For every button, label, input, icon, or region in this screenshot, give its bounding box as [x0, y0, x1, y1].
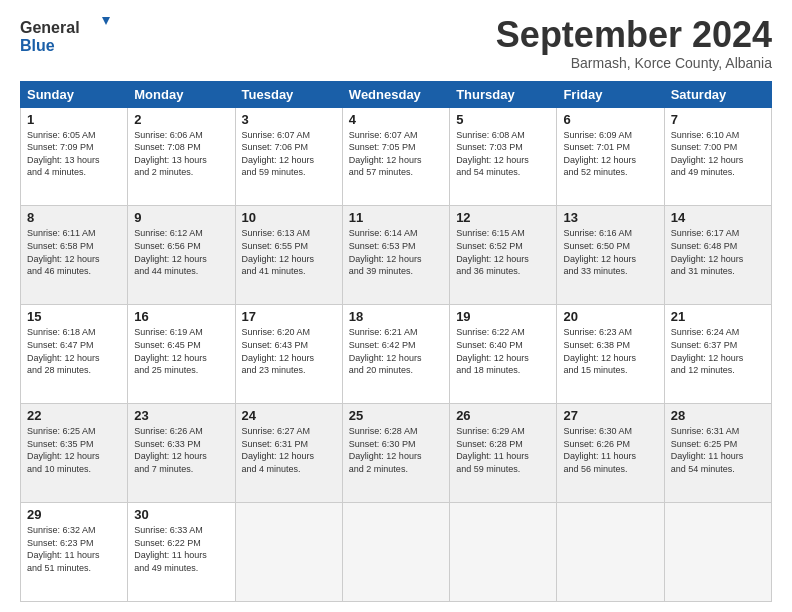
- table-row: 27Sunrise: 6:30 AM Sunset: 6:26 PM Dayli…: [557, 404, 664, 503]
- day-info: Sunrise: 6:32 AM Sunset: 6:23 PM Dayligh…: [27, 524, 121, 574]
- day-number: 12: [456, 210, 550, 225]
- calendar-row: 22Sunrise: 6:25 AM Sunset: 6:35 PM Dayli…: [21, 404, 772, 503]
- day-number: 24: [242, 408, 336, 423]
- day-number: 18: [349, 309, 443, 324]
- day-info: Sunrise: 6:08 AM Sunset: 7:03 PM Dayligh…: [456, 129, 550, 179]
- day-number: 28: [671, 408, 765, 423]
- table-row: [342, 503, 449, 602]
- day-number: 1: [27, 112, 121, 127]
- day-number: 6: [563, 112, 657, 127]
- day-info: Sunrise: 6:15 AM Sunset: 6:52 PM Dayligh…: [456, 227, 550, 277]
- calendar-table: Sunday Monday Tuesday Wednesday Thursday…: [20, 81, 772, 602]
- day-number: 11: [349, 210, 443, 225]
- table-row: 4Sunrise: 6:07 AM Sunset: 7:05 PM Daylig…: [342, 107, 449, 206]
- day-info: Sunrise: 6:24 AM Sunset: 6:37 PM Dayligh…: [671, 326, 765, 376]
- day-number: 9: [134, 210, 228, 225]
- day-info: Sunrise: 6:26 AM Sunset: 6:33 PM Dayligh…: [134, 425, 228, 475]
- day-number: 16: [134, 309, 228, 324]
- header-saturday: Saturday: [664, 81, 771, 107]
- day-number: 26: [456, 408, 550, 423]
- day-number: 25: [349, 408, 443, 423]
- table-row: 13Sunrise: 6:16 AM Sunset: 6:50 PM Dayli…: [557, 206, 664, 305]
- table-row: 26Sunrise: 6:29 AM Sunset: 6:28 PM Dayli…: [450, 404, 557, 503]
- table-row: 20Sunrise: 6:23 AM Sunset: 6:38 PM Dayli…: [557, 305, 664, 404]
- day-number: 4: [349, 112, 443, 127]
- day-number: 3: [242, 112, 336, 127]
- day-number: 13: [563, 210, 657, 225]
- day-info: Sunrise: 6:07 AM Sunset: 7:06 PM Dayligh…: [242, 129, 336, 179]
- table-row: 1Sunrise: 6:05 AM Sunset: 7:09 PM Daylig…: [21, 107, 128, 206]
- day-number: 2: [134, 112, 228, 127]
- month-title: September 2024: [496, 15, 772, 55]
- svg-marker-1: [102, 17, 110, 25]
- day-info: Sunrise: 6:27 AM Sunset: 6:31 PM Dayligh…: [242, 425, 336, 475]
- table-row: 29Sunrise: 6:32 AM Sunset: 6:23 PM Dayli…: [21, 503, 128, 602]
- day-info: Sunrise: 6:23 AM Sunset: 6:38 PM Dayligh…: [563, 326, 657, 376]
- table-row: 25Sunrise: 6:28 AM Sunset: 6:30 PM Dayli…: [342, 404, 449, 503]
- table-row: 10Sunrise: 6:13 AM Sunset: 6:55 PM Dayli…: [235, 206, 342, 305]
- day-number: 14: [671, 210, 765, 225]
- day-info: Sunrise: 6:33 AM Sunset: 6:22 PM Dayligh…: [134, 524, 228, 574]
- calendar-row: 1Sunrise: 6:05 AM Sunset: 7:09 PM Daylig…: [21, 107, 772, 206]
- table-row: 23Sunrise: 6:26 AM Sunset: 6:33 PM Dayli…: [128, 404, 235, 503]
- day-info: Sunrise: 6:16 AM Sunset: 6:50 PM Dayligh…: [563, 227, 657, 277]
- day-number: 19: [456, 309, 550, 324]
- header-monday: Monday: [128, 81, 235, 107]
- table-row: 7Sunrise: 6:10 AM Sunset: 7:00 PM Daylig…: [664, 107, 771, 206]
- table-row: 24Sunrise: 6:27 AM Sunset: 6:31 PM Dayli…: [235, 404, 342, 503]
- svg-text:General: General: [20, 19, 80, 36]
- table-row: 30Sunrise: 6:33 AM Sunset: 6:22 PM Dayli…: [128, 503, 235, 602]
- day-info: Sunrise: 6:09 AM Sunset: 7:01 PM Dayligh…: [563, 129, 657, 179]
- table-row: 19Sunrise: 6:22 AM Sunset: 6:40 PM Dayli…: [450, 305, 557, 404]
- table-row: [664, 503, 771, 602]
- day-info: Sunrise: 6:31 AM Sunset: 6:25 PM Dayligh…: [671, 425, 765, 475]
- header-friday: Friday: [557, 81, 664, 107]
- day-info: Sunrise: 6:05 AM Sunset: 7:09 PM Dayligh…: [27, 129, 121, 179]
- day-info: Sunrise: 6:13 AM Sunset: 6:55 PM Dayligh…: [242, 227, 336, 277]
- header-thursday: Thursday: [450, 81, 557, 107]
- table-row: 11Sunrise: 6:14 AM Sunset: 6:53 PM Dayli…: [342, 206, 449, 305]
- day-number: 8: [27, 210, 121, 225]
- day-info: Sunrise: 6:11 AM Sunset: 6:58 PM Dayligh…: [27, 227, 121, 277]
- logo: General Blue: [20, 15, 115, 57]
- svg-text:Blue: Blue: [20, 37, 55, 54]
- calendar-row: 15Sunrise: 6:18 AM Sunset: 6:47 PM Dayli…: [21, 305, 772, 404]
- day-number: 23: [134, 408, 228, 423]
- day-info: Sunrise: 6:12 AM Sunset: 6:56 PM Dayligh…: [134, 227, 228, 277]
- day-number: 30: [134, 507, 228, 522]
- table-row: 16Sunrise: 6:19 AM Sunset: 6:45 PM Dayli…: [128, 305, 235, 404]
- table-row: 28Sunrise: 6:31 AM Sunset: 6:25 PM Dayli…: [664, 404, 771, 503]
- calendar-row: 29Sunrise: 6:32 AM Sunset: 6:23 PM Dayli…: [21, 503, 772, 602]
- day-info: Sunrise: 6:14 AM Sunset: 6:53 PM Dayligh…: [349, 227, 443, 277]
- calendar-row: 8Sunrise: 6:11 AM Sunset: 6:58 PM Daylig…: [21, 206, 772, 305]
- table-row: 5Sunrise: 6:08 AM Sunset: 7:03 PM Daylig…: [450, 107, 557, 206]
- logo-svg: General Blue: [20, 15, 115, 57]
- table-row: 8Sunrise: 6:11 AM Sunset: 6:58 PM Daylig…: [21, 206, 128, 305]
- table-row: 6Sunrise: 6:09 AM Sunset: 7:01 PM Daylig…: [557, 107, 664, 206]
- table-row: 3Sunrise: 6:07 AM Sunset: 7:06 PM Daylig…: [235, 107, 342, 206]
- day-info: Sunrise: 6:30 AM Sunset: 6:26 PM Dayligh…: [563, 425, 657, 475]
- table-row: [450, 503, 557, 602]
- day-info: Sunrise: 6:06 AM Sunset: 7:08 PM Dayligh…: [134, 129, 228, 179]
- table-row: 22Sunrise: 6:25 AM Sunset: 6:35 PM Dayli…: [21, 404, 128, 503]
- day-info: Sunrise: 6:28 AM Sunset: 6:30 PM Dayligh…: [349, 425, 443, 475]
- title-block: September 2024 Barmash, Korce County, Al…: [496, 15, 772, 71]
- table-row: 9Sunrise: 6:12 AM Sunset: 6:56 PM Daylig…: [128, 206, 235, 305]
- day-info: Sunrise: 6:17 AM Sunset: 6:48 PM Dayligh…: [671, 227, 765, 277]
- day-number: 21: [671, 309, 765, 324]
- day-number: 17: [242, 309, 336, 324]
- table-row: 2Sunrise: 6:06 AM Sunset: 7:08 PM Daylig…: [128, 107, 235, 206]
- day-info: Sunrise: 6:25 AM Sunset: 6:35 PM Dayligh…: [27, 425, 121, 475]
- day-info: Sunrise: 6:18 AM Sunset: 6:47 PM Dayligh…: [27, 326, 121, 376]
- day-info: Sunrise: 6:19 AM Sunset: 6:45 PM Dayligh…: [134, 326, 228, 376]
- day-number: 10: [242, 210, 336, 225]
- day-info: Sunrise: 6:29 AM Sunset: 6:28 PM Dayligh…: [456, 425, 550, 475]
- table-row: 14Sunrise: 6:17 AM Sunset: 6:48 PM Dayli…: [664, 206, 771, 305]
- day-number: 27: [563, 408, 657, 423]
- table-row: 17Sunrise: 6:20 AM Sunset: 6:43 PM Dayli…: [235, 305, 342, 404]
- day-number: 29: [27, 507, 121, 522]
- day-info: Sunrise: 6:07 AM Sunset: 7:05 PM Dayligh…: [349, 129, 443, 179]
- day-info: Sunrise: 6:21 AM Sunset: 6:42 PM Dayligh…: [349, 326, 443, 376]
- table-row: 18Sunrise: 6:21 AM Sunset: 6:42 PM Dayli…: [342, 305, 449, 404]
- table-row: 21Sunrise: 6:24 AM Sunset: 6:37 PM Dayli…: [664, 305, 771, 404]
